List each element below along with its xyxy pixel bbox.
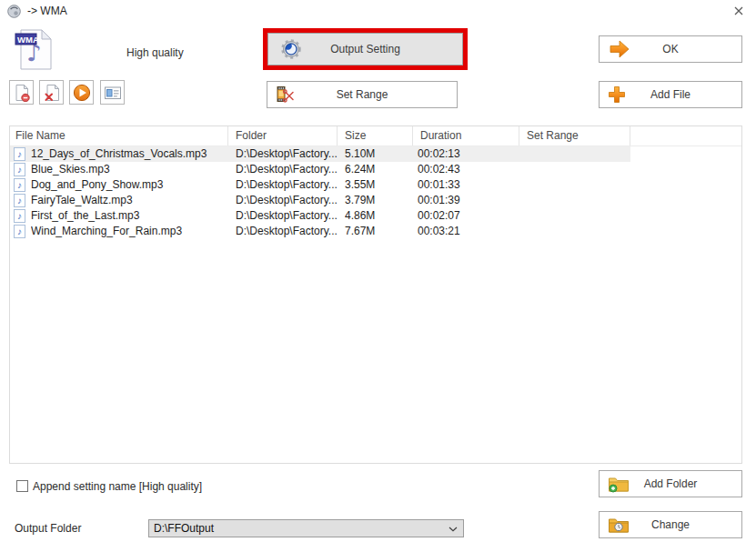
arrow-right-icon: [608, 39, 631, 59]
output-folder-label: Output Folder: [15, 522, 81, 535]
music-note-icon: ♪: [14, 178, 25, 192]
add-file-button[interactable]: Add File: [599, 81, 742, 108]
table-row[interactable]: ♪ First_of_the_Last.mp3 D:\Desktop\Facto…: [10, 208, 630, 224]
add-folder-label: Add Folder: [644, 477, 698, 490]
music-note-icon: ♪: [14, 209, 25, 223]
music-note-icon: ♪: [14, 225, 25, 238]
add-folder-button[interactable]: Add Folder: [599, 470, 742, 497]
file-name-cell: FairyTale_Waltz.mp3: [31, 193, 233, 208]
column-header-set-range[interactable]: Set Range: [519, 126, 630, 146]
file-name-cell: Wind_Marching_For_Rain.mp3: [31, 224, 233, 239]
file-name-cell: Dog_and_Pony_Show.mp3: [31, 177, 233, 193]
play-icon: [73, 84, 91, 102]
change-label: Change: [651, 518, 690, 531]
size-cell: 3.55M: [345, 177, 418, 193]
gear-icon: [280, 38, 302, 60]
music-note-icon: ♪: [14, 163, 25, 176]
column-header-file-name[interactable]: File Name: [10, 126, 228, 146]
size-cell: 7.67M: [345, 224, 418, 239]
output-setting-button[interactable]: Output Setting: [267, 33, 463, 65]
wma-convert-dialog: -> WMA ♪ WMA High quality O: [0, 0, 756, 552]
file-list-header: File Name Folder Size Duration Set Range: [10, 126, 741, 146]
clear-list-button[interactable]: [39, 80, 64, 105]
column-header-size[interactable]: Size: [338, 126, 413, 146]
filmstrip-scissors-icon: [276, 85, 296, 105]
remove-file-button[interactable]: [9, 80, 34, 105]
add-file-label: Add File: [650, 88, 690, 101]
table-row[interactable]: ♪ Dog_and_Pony_Show.mp3 D:\Desktop\Facto…: [10, 177, 630, 193]
folder-clock-icon: [608, 516, 630, 535]
music-note-icon: ♪: [14, 194, 25, 207]
duration-cell: 00:02:43: [418, 162, 522, 177]
svg-text:WMA: WMA: [17, 35, 39, 45]
page-minus-icon: [13, 84, 31, 102]
window-title: -> WMA: [27, 5, 67, 17]
duration-cell: 00:02:07: [418, 208, 522, 224]
folder-cell: D:\Desktop\Factory...: [236, 193, 343, 208]
duration-cell: 00:01:33: [418, 177, 522, 193]
output-folder-select[interactable]: D:\FFOutput: [148, 519, 464, 537]
change-folder-button[interactable]: Change: [599, 511, 742, 538]
duration-cell: 00:01:39: [418, 193, 522, 208]
size-cell: 6.24M: [345, 162, 418, 177]
output-setting-highlight-box: Output Setting: [263, 28, 468, 70]
table-row[interactable]: ♪ Wind_Marching_For_Rain.mp3 D:\Desktop\…: [10, 224, 630, 239]
file-name-cell: First_of_the_Last.mp3: [31, 208, 233, 224]
app-logo-icon: [6, 4, 22, 23]
append-setting-name-label[interactable]: Append setting name [High quality]: [33, 480, 202, 493]
table-row[interactable]: ♪ FairyTale_Waltz.mp3 D:\Desktop\Factory…: [10, 193, 630, 208]
close-button[interactable]: [728, 2, 750, 20]
folder-plus-icon: [608, 475, 630, 494]
duration-cell: 00:03:21: [418, 224, 522, 239]
column-header-folder[interactable]: Folder: [228, 126, 338, 146]
folder-cell: D:\Desktop\Factory...: [236, 162, 343, 177]
play-preview-button[interactable]: [69, 80, 94, 105]
output-setting-label: Output Setting: [330, 43, 400, 55]
close-icon: [734, 6, 743, 15]
folder-cell: D:\Desktop\Factory...: [236, 146, 343, 162]
page-x-icon: [43, 84, 61, 102]
folder-cell: D:\Desktop\Factory...: [236, 208, 343, 224]
size-cell: 5.10M: [345, 146, 418, 162]
options-form-icon: [104, 84, 122, 102]
ok-label: OK: [662, 43, 678, 55]
size-cell: 4.86M: [345, 208, 418, 224]
plus-icon: [606, 84, 628, 105]
folder-cell: D:\Desktop\Factory...: [236, 224, 343, 239]
media-info-button[interactable]: [100, 80, 125, 105]
wma-file-type-icon: ♪ WMA: [15, 27, 55, 76]
file-name-cell: Blue_Skies.mp3: [31, 162, 233, 177]
table-row[interactable]: ♪ 12_Days_of_Christmas_Vocals.mp3 D:\Des…: [10, 146, 630, 162]
set-range-button[interactable]: Set Range: [267, 81, 458, 108]
output-folder-value: D:\FFOutput: [154, 522, 214, 535]
size-cell: 3.79M: [345, 193, 418, 208]
folder-cell: D:\Desktop\Factory...: [236, 177, 343, 193]
set-range-label: Set Range: [337, 88, 388, 101]
preset-quality-label: High quality: [126, 46, 184, 59]
duration-cell: 00:02:13: [418, 146, 522, 162]
column-header-duration[interactable]: Duration: [413, 126, 519, 146]
append-setting-name-checkbox[interactable]: [16, 480, 28, 492]
chevron-down-icon: [449, 527, 458, 532]
file-name-cell: 12_Days_of_Christmas_Vocals.mp3: [31, 146, 233, 162]
column-header-filler: [630, 126, 741, 146]
music-note-icon: ♪: [14, 147, 25, 161]
ok-button[interactable]: OK: [599, 35, 742, 63]
file-list: File Name Folder Size Duration Set Range…: [9, 125, 742, 464]
table-row[interactable]: ♪ Blue_Skies.mp3 D:\Desktop\Factory... 6…: [10, 162, 630, 177]
